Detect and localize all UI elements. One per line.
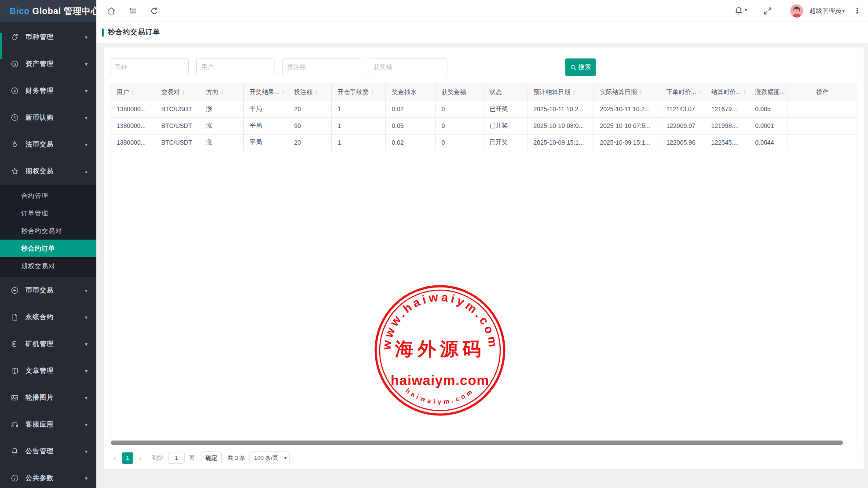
- sidebar-item-spot-trade[interactable]: 币币交易▾: [0, 277, 96, 304]
- total-count-label: 共 3 条: [227, 454, 245, 462]
- header-right-actions: ▾ 超级管理员 ▾ ⋮: [734, 4, 868, 18]
- search-field-user[interactable]: [196, 58, 275, 75]
- avatar[interactable]: [790, 4, 803, 18]
- chevron-down-icon: ▾: [85, 368, 88, 374]
- sidebar-item-finance-management[interactable]: ¥财务管理▾: [0, 77, 96, 104]
- sort-carets-icon[interactable]: ▲▼: [182, 90, 185, 95]
- sidebar-item-article-management[interactable]: 文章管理▾: [0, 357, 96, 384]
- column-header: 奖金抽水: [385, 84, 435, 101]
- table-cell: 2025-10-11 10:2...: [593, 101, 660, 117]
- column-header[interactable]: 用户▲▼: [110, 84, 155, 101]
- sort-carets-icon[interactable]: ▲▼: [371, 90, 374, 95]
- search-field-coin[interactable]: [110, 58, 189, 75]
- sidebar-item-label: 公告管理: [26, 447, 54, 455]
- refresh-icon[interactable]: [150, 6, 159, 16]
- chevron-down-icon: ▾: [85, 422, 88, 428]
- sidebar-subitem-contract-management[interactable]: 合约管理: [0, 187, 96, 204]
- home-icon[interactable]: [106, 6, 116, 16]
- sidebar-subitem-option-pairs[interactable]: 期权交易对: [0, 257, 96, 275]
- sidebar-item-new-coin-subscribe[interactable]: 新币认购▾: [0, 104, 96, 131]
- sidebar-menu: 币种管理▾$资产管理▾¥财务管理▾新币认购▾法币交易▾期权交易▴合约管理订单管理…: [0, 22, 96, 488]
- column-header[interactable]: 预计结算日期▲▼: [527, 84, 593, 101]
- sort-carets-icon[interactable]: ▲▼: [131, 90, 134, 95]
- sidebar-item-public-params[interactable]: 公共参数▾: [0, 465, 96, 488]
- sort-carets-icon[interactable]: ▲▼: [573, 90, 576, 95]
- table-header-row: 用户▲▼交易对▲▼方向▲▼开奖结果...▲▼投注额▲▼开仓手续费▲▼奖金抽水获奖…: [110, 84, 857, 101]
- chevron-down-icon: ▾: [85, 448, 88, 455]
- column-header[interactable]: 开奖结果...▲▼: [243, 84, 288, 101]
- sort-carets-icon[interactable]: ▲▼: [698, 90, 701, 95]
- column-header[interactable]: 涨跌幅度...▲▼: [749, 84, 787, 101]
- search-field-bet-amount[interactable]: [282, 58, 361, 75]
- orders-table: 用户▲▼交易对▲▼方向▲▼开奖结果...▲▼投注额▲▼开仓手续费▲▼奖金抽水获奖…: [110, 84, 857, 151]
- sidebar-item-announcement-management[interactable]: 公告管理▾: [0, 438, 96, 465]
- column-label: 方向: [206, 88, 219, 96]
- column-header[interactable]: 开仓手续费▲▼: [331, 84, 385, 101]
- page-title-bar: 秒合约交易订单: [96, 22, 868, 43]
- chevron-down-icon: ▾: [85, 395, 88, 401]
- sort-carets-icon[interactable]: ▲▼: [743, 90, 746, 95]
- sort-carets-icon[interactable]: ▲▼: [221, 90, 224, 95]
- table-row: 1380000...BTC/USDT涨平局2010.020已开奖2025-10-…: [110, 101, 857, 117]
- page-number-button[interactable]: 1: [122, 452, 133, 464]
- user-menu[interactable]: 超级管理员: [809, 7, 842, 15]
- sidebar-item-miner-management[interactable]: 矿机管理▾: [0, 331, 96, 357]
- column-header[interactable]: 方向▲▼: [200, 84, 243, 101]
- chevron-down-icon: ▾: [85, 142, 88, 148]
- more-vertical-icon[interactable]: ⋮: [845, 6, 865, 15]
- search-field-prize-amount[interactable]: [369, 58, 447, 75]
- logo-brand: Bico: [10, 6, 29, 16]
- table-cell: [787, 134, 857, 151]
- notifications-button[interactable]: ▾: [734, 6, 747, 16]
- horizontal-scrollbar[interactable]: [111, 441, 843, 445]
- search-button[interactable]: 搜索: [565, 58, 596, 76]
- column-header[interactable]: 交易对▲▼: [155, 84, 200, 101]
- sidebar-item-coin-management[interactable]: 币种管理▾: [0, 24, 96, 51]
- sort-carets-icon[interactable]: ▲▼: [315, 90, 318, 95]
- column-header[interactable]: 投注额▲▼: [288, 84, 331, 101]
- column-label: 结算时价...: [711, 88, 741, 96]
- sidebar-subitem-second-contract-pairs[interactable]: 秒合约交易对: [0, 222, 96, 240]
- column-header[interactable]: 实际结算日期▲▼: [593, 84, 660, 101]
- table-cell: [787, 117, 857, 134]
- prev-page-icon[interactable]: ‹: [110, 452, 120, 464]
- sidebar-subitem-order-management[interactable]: 订单管理: [0, 204, 96, 222]
- sidebar-item-banner-images[interactable]: 轮播图片▾: [0, 384, 96, 411]
- column-label: 实际结算日期: [600, 88, 637, 96]
- page-size-select[interactable]: 100 条/页 ▾: [249, 452, 290, 464]
- table-cell: 20: [288, 134, 331, 151]
- sidebar-item-perpetual-contract[interactable]: 永续合约▾: [0, 304, 96, 331]
- svg-text:$: $: [14, 62, 16, 66]
- sidebar-item-asset-management[interactable]: $资产管理▾: [0, 51, 96, 77]
- table-cell: 2025-10-09 15:1...: [527, 134, 593, 151]
- fullscreen-icon[interactable]: [763, 6, 773, 16]
- column-header[interactable]: 结算时价...▲▼: [705, 84, 749, 101]
- sidebar-item-option-trade[interactable]: 期权交易▴: [0, 158, 96, 185]
- sidebar-item-fiat-trade[interactable]: 法币交易▾: [0, 131, 96, 158]
- table-row: 1380000...BTC/USDT涨平局2010.020已开奖2025-10-…: [110, 134, 857, 151]
- column-label: 交易对: [161, 88, 180, 96]
- column-header: 获奖金额: [435, 84, 483, 101]
- collapse-sidebar-icon[interactable]: [128, 6, 138, 16]
- sidebar-subitem-second-contract-orders[interactable]: 秒合约订单: [0, 240, 96, 257]
- page-title: 秒合约交易订单: [108, 28, 160, 37]
- column-label: 用户: [117, 88, 129, 96]
- table-cell: 平局: [243, 101, 288, 117]
- table-cell: 2025-10-10 08:0...: [527, 117, 593, 134]
- sort-carets-icon[interactable]: ▲▼: [639, 90, 642, 95]
- sidebar-item-customer-service[interactable]: 客服应用▾: [0, 411, 96, 438]
- table-cell: 1: [331, 117, 385, 134]
- sidebar-item-label: 法币交易: [26, 140, 54, 149]
- confirm-page-button[interactable]: 确定: [201, 452, 222, 464]
- column-header[interactable]: 下单时价...▲▼: [660, 84, 705, 101]
- next-page-icon[interactable]: ›: [136, 452, 145, 464]
- sidebar-item-label: 文章管理: [26, 367, 54, 375]
- table-cell: 平局: [243, 117, 288, 134]
- sort-carets-icon[interactable]: ▲▼: [282, 90, 285, 95]
- sidebar-item-label: 币币交易: [26, 286, 54, 295]
- logo-title: Global 管理中心: [32, 5, 99, 17]
- chevron-down-icon: ▾: [85, 34, 88, 40]
- sidebar-item-label: 新币认购: [26, 113, 54, 122]
- goto-page-input[interactable]: [168, 452, 185, 464]
- sidebar-item-label: 财务管理: [26, 87, 54, 95]
